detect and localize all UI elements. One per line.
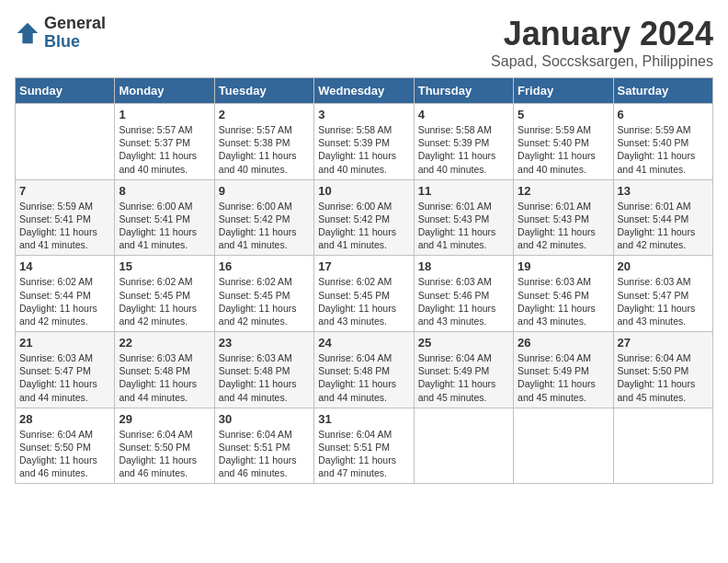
day-info: Sunrise: 6:01 AM Sunset: 5:43 PM Dayligh…	[418, 200, 509, 252]
day-info: Sunrise: 6:04 AM Sunset: 5:50 PM Dayligh…	[618, 351, 709, 404]
weekday-header: Thursday	[414, 78, 513, 104]
day-number: 13	[618, 184, 709, 198]
calendar-cell: 29Sunrise: 6:04 AM Sunset: 5:50 PM Dayli…	[115, 408, 214, 484]
day-number: 18	[418, 259, 509, 273]
page-header: General Blue January 2024 Sapad, Soccsks…	[15, 15, 713, 70]
title-area: January 2024 Sapad, Soccsksargen, Philip…	[491, 15, 713, 70]
day-info: Sunrise: 6:04 AM Sunset: 5:48 PM Dayligh…	[318, 351, 409, 404]
day-info: Sunrise: 5:57 AM Sunset: 5:38 PM Dayligh…	[219, 123, 310, 176]
day-number: 11	[418, 184, 509, 198]
calendar-cell: 27Sunrise: 6:04 AM Sunset: 5:50 PM Dayli…	[613, 332, 712, 408]
day-number: 3	[318, 108, 409, 121]
calendar-body: 1Sunrise: 5:57 AM Sunset: 5:37 PM Daylig…	[16, 104, 713, 484]
day-number: 24	[318, 336, 409, 350]
calendar-cell: 1Sunrise: 5:57 AM Sunset: 5:37 PM Daylig…	[115, 104, 214, 180]
calendar-week-row: 28Sunrise: 6:04 AM Sunset: 5:50 PM Dayli…	[16, 408, 713, 484]
day-number: 10	[318, 184, 409, 198]
day-info: Sunrise: 6:02 AM Sunset: 5:44 PM Dayligh…	[19, 275, 110, 327]
day-number: 22	[119, 336, 210, 350]
day-info: Sunrise: 5:58 AM Sunset: 5:39 PM Dayligh…	[418, 123, 509, 176]
day-info: Sunrise: 6:04 AM Sunset: 5:51 PM Dayligh…	[219, 428, 310, 480]
weekday-header: Sunday	[16, 78, 115, 104]
day-number: 12	[518, 184, 609, 198]
calendar-cell: 11Sunrise: 6:01 AM Sunset: 5:43 PM Dayli…	[414, 179, 513, 256]
day-info: Sunrise: 6:02 AM Sunset: 5:45 PM Dayligh…	[119, 275, 210, 327]
calendar-cell: 19Sunrise: 6:03 AM Sunset: 5:46 PM Dayli…	[514, 256, 613, 332]
day-info: Sunrise: 6:02 AM Sunset: 5:45 PM Dayligh…	[219, 275, 310, 327]
location: Sapad, Soccsksargen, Philippines	[491, 53, 713, 70]
calendar-cell: 21Sunrise: 6:03 AM Sunset: 5:47 PM Dayli…	[16, 332, 115, 408]
calendar-week-row: 14Sunrise: 6:02 AM Sunset: 5:44 PM Dayli…	[16, 256, 713, 332]
calendar-cell: 7Sunrise: 5:59 AM Sunset: 5:41 PM Daylig…	[16, 179, 115, 256]
weekday-header: Tuesday	[214, 78, 313, 104]
day-number: 21	[19, 336, 110, 350]
calendar-cell: 20Sunrise: 6:03 AM Sunset: 5:47 PM Dayli…	[613, 256, 712, 332]
calendar-cell: 2Sunrise: 5:57 AM Sunset: 5:38 PM Daylig…	[214, 104, 313, 180]
calendar-header: SundayMondayTuesdayWednesdayThursdayFrid…	[16, 78, 713, 104]
calendar-cell	[16, 104, 115, 180]
day-number: 25	[418, 336, 509, 350]
calendar-cell: 14Sunrise: 6:02 AM Sunset: 5:44 PM Dayli…	[16, 256, 115, 332]
calendar-cell: 28Sunrise: 6:04 AM Sunset: 5:50 PM Dayli…	[16, 408, 115, 484]
logo-blue: Blue	[44, 33, 106, 52]
day-info: Sunrise: 6:03 AM Sunset: 5:47 PM Dayligh…	[618, 275, 709, 327]
calendar-cell	[613, 408, 712, 484]
day-number: 29	[119, 412, 210, 426]
day-info: Sunrise: 6:03 AM Sunset: 5:48 PM Dayligh…	[219, 351, 310, 404]
calendar-cell	[414, 408, 513, 484]
day-info: Sunrise: 6:00 AM Sunset: 5:42 PM Dayligh…	[318, 200, 409, 252]
day-info: Sunrise: 6:03 AM Sunset: 5:47 PM Dayligh…	[19, 351, 110, 404]
day-info: Sunrise: 6:01 AM Sunset: 5:44 PM Dayligh…	[618, 200, 709, 252]
calendar-cell	[514, 408, 613, 484]
day-info: Sunrise: 6:01 AM Sunset: 5:43 PM Dayligh…	[518, 200, 609, 252]
calendar-cell: 25Sunrise: 6:04 AM Sunset: 5:49 PM Dayli…	[414, 332, 513, 408]
day-number: 4	[418, 108, 509, 121]
day-number: 20	[618, 259, 709, 273]
calendar-cell: 13Sunrise: 6:01 AM Sunset: 5:44 PM Dayli…	[613, 179, 712, 256]
calendar-cell: 18Sunrise: 6:03 AM Sunset: 5:46 PM Dayli…	[414, 256, 513, 332]
day-number: 19	[518, 259, 609, 273]
logo-text: General Blue	[44, 15, 106, 52]
day-number: 14	[19, 259, 110, 273]
calendar-cell: 6Sunrise: 5:59 AM Sunset: 5:40 PM Daylig…	[613, 104, 712, 180]
weekday-header: Friday	[514, 78, 613, 104]
calendar-cell: 10Sunrise: 6:00 AM Sunset: 5:42 PM Dayli…	[314, 179, 414, 256]
day-number: 16	[219, 259, 310, 273]
logo-general: General	[44, 15, 106, 33]
day-number: 30	[219, 412, 310, 426]
calendar-cell: 4Sunrise: 5:58 AM Sunset: 5:39 PM Daylig…	[414, 104, 513, 180]
day-info: Sunrise: 6:00 AM Sunset: 5:41 PM Dayligh…	[119, 200, 210, 252]
day-info: Sunrise: 6:02 AM Sunset: 5:45 PM Dayligh…	[318, 275, 409, 327]
day-info: Sunrise: 5:59 AM Sunset: 5:41 PM Dayligh…	[19, 200, 110, 252]
day-info: Sunrise: 6:04 AM Sunset: 5:50 PM Dayligh…	[19, 428, 110, 480]
calendar-table: SundayMondayTuesdayWednesdayThursdayFrid…	[15, 77, 713, 484]
calendar-cell: 3Sunrise: 5:58 AM Sunset: 5:39 PM Daylig…	[314, 104, 414, 180]
logo: General Blue	[15, 15, 106, 52]
month-title: January 2024	[491, 15, 713, 53]
calendar-cell: 31Sunrise: 6:04 AM Sunset: 5:51 PM Dayli…	[314, 408, 414, 484]
day-number: 6	[618, 108, 709, 121]
day-info: Sunrise: 5:58 AM Sunset: 5:39 PM Dayligh…	[318, 123, 409, 176]
calendar-cell: 24Sunrise: 6:04 AM Sunset: 5:48 PM Dayli…	[314, 332, 414, 408]
day-number: 1	[119, 108, 210, 121]
day-info: Sunrise: 6:00 AM Sunset: 5:42 PM Dayligh…	[219, 200, 310, 252]
day-info: Sunrise: 6:03 AM Sunset: 5:46 PM Dayligh…	[518, 275, 609, 327]
day-info: Sunrise: 6:04 AM Sunset: 5:49 PM Dayligh…	[418, 351, 509, 404]
day-number: 28	[19, 412, 110, 426]
day-number: 17	[318, 259, 409, 273]
day-number: 27	[618, 336, 709, 350]
day-info: Sunrise: 6:04 AM Sunset: 5:51 PM Dayligh…	[318, 428, 409, 480]
day-number: 31	[318, 412, 409, 426]
calendar-week-row: 1Sunrise: 5:57 AM Sunset: 5:37 PM Daylig…	[16, 104, 713, 180]
day-number: 9	[219, 184, 310, 198]
day-info: Sunrise: 6:04 AM Sunset: 5:50 PM Dayligh…	[119, 428, 210, 480]
day-number: 5	[518, 108, 609, 121]
day-info: Sunrise: 5:57 AM Sunset: 5:37 PM Dayligh…	[119, 123, 210, 176]
weekday-header: Wednesday	[314, 78, 414, 104]
svg-marker-0	[17, 23, 38, 43]
calendar-cell: 30Sunrise: 6:04 AM Sunset: 5:51 PM Dayli…	[214, 408, 313, 484]
calendar-cell: 8Sunrise: 6:00 AM Sunset: 5:41 PM Daylig…	[115, 179, 214, 256]
weekday-header: Saturday	[613, 78, 712, 104]
day-number: 26	[518, 336, 609, 350]
calendar-cell: 12Sunrise: 6:01 AM Sunset: 5:43 PM Dayli…	[514, 179, 613, 256]
